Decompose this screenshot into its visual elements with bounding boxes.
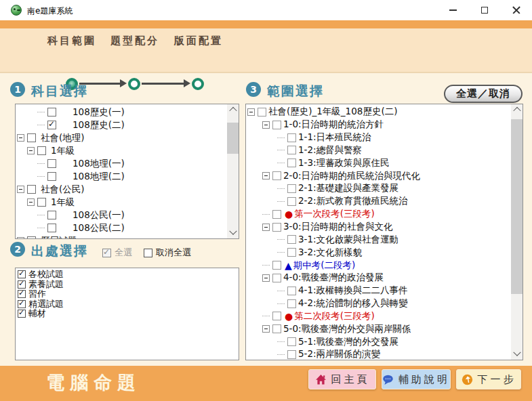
tree-label[interactable]: 1-3:理蕃政策與原住民 [298,157,390,169]
tree-label[interactable]: 108歷史(一) [73,106,125,119]
tree-label[interactable]: 社會(歷史)_1年級_108歷史(二) [268,106,397,118]
scrollbar-thumb[interactable] [227,123,239,154]
tree-checkbox[interactable] [47,172,56,181]
tree-label[interactable]: 社會(地理) [41,132,85,144]
tree-label[interactable]: 4-2:統治體制的移入與轉變 [298,297,408,310]
tree-checkbox[interactable] [287,184,296,193]
tree-expander-icon[interactable] [17,186,24,193]
tree-label[interactable]: 108歷史(二) [73,119,125,131]
tree-label[interactable]: 第一次段考(三段考) [294,208,375,220]
tree-label[interactable]: 3-1:文化啟蒙與社會運動 [298,234,398,246]
tree-label[interactable]: 2-0:日治時期的殖民統治與現代化 [283,170,420,182]
tree-expander-icon[interactable] [262,224,270,231]
tree-checkbox[interactable] [287,197,296,206]
home-button[interactable]: 回主頁 [308,369,376,389]
tree-checkbox[interactable] [47,108,56,117]
tree-checkbox[interactable] [27,236,36,238]
tree-checkbox[interactable] [287,337,296,346]
scroll-down-arrow[interactable] [227,228,239,238]
maximize-button[interactable] [469,0,500,20]
tree-checkbox[interactable] [287,350,296,359]
tree-checkbox[interactable] [272,324,281,333]
tree-label[interactable]: 第二次段考(三段考) [294,310,375,322]
tree-expander-icon[interactable] [247,108,255,116]
tree-checkbox[interactable] [272,171,281,180]
source-checkbox[interactable] [18,290,26,298]
tree-checkbox[interactable] [37,146,46,155]
select-all-checkbox[interactable] [102,249,111,257]
tree-checkbox[interactable] [287,299,296,308]
tree-label[interactable]: 歷屆試題 [41,235,77,239]
scroll-up-arrow[interactable] [511,104,523,115]
source-checkbox[interactable] [18,280,26,289]
tree-checkbox[interactable] [287,133,296,142]
tree-checkbox[interactable] [287,235,296,244]
help-button[interactable]: 輔助說明 [382,369,451,389]
source-checkbox[interactable] [18,300,26,308]
tree-checkbox[interactable] [272,121,281,129]
tree-expander-icon[interactable] [262,172,270,180]
tree-checkbox[interactable] [47,224,56,232]
source-checkbox[interactable] [18,310,26,318]
tree-checkbox[interactable] [272,261,281,270]
tree-checkbox[interactable] [287,287,296,295]
tree-label[interactable]: 108地理(二) [73,171,125,183]
tree-label[interactable]: 3-0:日治時期的社會與文化 [283,221,393,233]
tree-checkbox[interactable] [37,198,46,207]
tree-expander-icon[interactable] [262,121,270,129]
source-checkbox[interactable] [18,270,26,278]
tree-label[interactable]: 1年級 [51,196,75,209]
tree-checkbox[interactable] [47,121,56,129]
scrollbar-thumb[interactable] [511,119,523,294]
subject-scrollbar[interactable] [227,104,239,238]
tree-checkbox[interactable] [287,248,296,257]
tree-expander-icon[interactable] [27,147,35,154]
deselect-all-checkbox[interactable] [144,249,152,257]
step-dot-3[interactable] [192,78,204,90]
tree-label[interactable]: 2-2:新式教育貫徹殖民統治 [298,195,408,207]
next-step-button[interactable]: 下一步 [456,369,521,389]
tree-label[interactable]: 3-2:文化新樣貌 [298,247,362,259]
tree-checkbox[interactable] [287,146,296,154]
tree-expander-icon[interactable] [27,198,35,206]
scope-scrollbar[interactable] [511,104,523,360]
tree-label[interactable]: 4-0:戰後臺灣的政治發展 [283,272,384,284]
scroll-up-arrow[interactable] [227,104,239,115]
tree-expander-icon[interactable] [262,274,270,282]
tree-label[interactable]: 社會(公民) [41,184,85,196]
tree-label[interactable]: 1-0:日治時期的統治方針 [283,119,384,131]
tree-label[interactable]: 1年級 [51,145,75,157]
scroll-down-arrow[interactable] [511,349,523,360]
tree-expander-icon[interactable] [17,237,24,238]
tree-checkbox[interactable] [47,211,56,219]
deselect-all-option[interactable]: 取消全選 [144,247,191,259]
close-button[interactable] [501,0,532,20]
select-toggle-all-button[interactable]: 全選／取消 [444,85,523,103]
tree-label[interactable]: 108公民(一) [73,209,125,221]
tree-expander-icon[interactable] [262,325,270,333]
tree-label[interactable]: 2-1:基礎建設與產業發展 [298,182,398,194]
tree-label[interactable]: 1-1:日本殖民統治 [298,131,371,144]
tree-checkbox[interactable] [47,159,56,168]
tree-checkbox[interactable] [272,312,281,320]
tree-label[interactable]: 108公民(二) [73,222,125,234]
tree-label[interactable]: 5-1:戰後臺灣的外交發展 [298,336,398,348]
tree-label[interactable]: 5-0:戰後臺灣的外交與兩岸關係 [283,323,411,335]
tree-label[interactable]: 1-2:總督與警察 [298,144,362,156]
tree-checkbox[interactable] [287,159,296,167]
tree-checkbox[interactable] [27,133,36,142]
tree-expander-icon[interactable] [17,134,24,142]
minimize-button[interactable] [437,0,468,20]
step-label-question-allocation[interactable]: 題型配分 [110,35,159,47]
tree-checkbox[interactable] [258,108,266,117]
tree-checkbox[interactable] [272,210,281,219]
tree-label[interactable]: 4-1:政權轉換與二二八事件 [298,284,408,297]
tree-label[interactable]: 108地理(一) [73,158,125,170]
tree-label[interactable]: 5-2:兩岸關係的演變 [298,348,380,360]
step-dot-2[interactable] [128,78,140,90]
step-label-layout-config[interactable]: 版面配置 [174,35,223,47]
select-all-option[interactable]: 全選 [102,247,132,259]
tree-checkbox[interactable] [272,274,281,282]
source-label[interactable]: 輔材 [28,308,46,320]
tree-label[interactable]: 期中考(二段考) [293,259,356,272]
